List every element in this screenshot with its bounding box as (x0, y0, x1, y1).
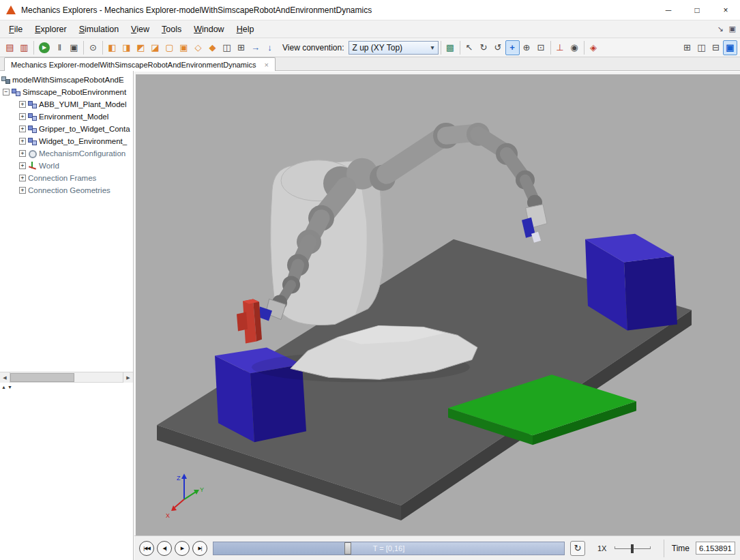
expand-icon[interactable]: + (19, 126, 26, 132)
pause-icon[interactable]: ‖ (53, 40, 67, 55)
view-convention-select[interactable]: Z up (XY Top) ▾ (349, 41, 439, 55)
down-view-icon[interactable]: ↓ (263, 40, 277, 55)
layout-rows-icon[interactable]: ⊟ (709, 40, 723, 55)
expand-icon[interactable]: + (19, 150, 26, 157)
menu-file[interactable]: File (3, 22, 29, 37)
menu-window[interactable]: Window (188, 22, 230, 37)
tree-horizontal-scrollbar[interactable]: ◀ ▶ (0, 372, 134, 383)
layout-single-icon[interactable]: ▣ (723, 40, 737, 55)
run-icon[interactable]: ▶ (39, 42, 50, 53)
expand-icon[interactable]: + (19, 101, 26, 108)
tree-item-gripper-to-widget[interactable]: + Gripper_to_Widget_Conta (0, 123, 133, 135)
record-icon[interactable]: ▣ (67, 40, 81, 55)
expand-icon[interactable]: + (19, 175, 26, 181)
expand-icon[interactable]: + (19, 138, 26, 145)
time-scrubber[interactable]: T = [0,16] (213, 542, 565, 555)
tab-label: Mechanics Explorer-modelWithSimscapeRobo… (11, 61, 256, 69)
tree-item-label: MechanismConfiguration (39, 149, 125, 158)
scrollbar-thumb[interactable] (10, 373, 74, 382)
tree-item-model-root[interactable]: modelWithSimscapeRobotAndE (0, 74, 133, 86)
view-top-icon[interactable]: ◩ (134, 40, 148, 55)
maximize-button[interactable]: □ (683, 0, 711, 20)
menu-tools[interactable]: Tools (156, 22, 188, 37)
subsystem-icon (28, 113, 37, 121)
scene-settings-icon[interactable]: ▩ (443, 40, 458, 55)
tab-mechanics-explorer[interactable]: Mechanics Explorer-modelWithSimscapeRobo… (4, 57, 276, 71)
single-screen-icon[interactable]: ⊞ (234, 40, 248, 55)
tree-item-label: modelWithSimscapeRobotAndE (12, 76, 124, 84)
menu-simulation[interactable]: Simulation (73, 22, 125, 37)
view-front-icon[interactable]: ◧ (105, 40, 119, 55)
expand-icon[interactable]: + (19, 162, 26, 169)
toolbar-separator (584, 41, 584, 55)
menu-help[interactable]: Help (231, 22, 261, 37)
roll-tool-icon[interactable]: ↺ (491, 40, 505, 55)
dock-arrow-icon[interactable]: ↘ (717, 25, 723, 33)
playbar-separator (664, 540, 664, 557)
panel-layout-icon[interactable]: ▣ (729, 25, 736, 33)
select-tool-icon[interactable]: ↖ (462, 40, 477, 55)
tree-item-connection-geometries[interactable]: + Connection Geometries (0, 184, 133, 196)
minimize-button[interactable]: ─ (654, 0, 683, 20)
view-back-icon[interactable]: ◨ (119, 40, 134, 55)
tree-item-environment-model[interactable]: + Environment_Model (0, 110, 133, 123)
visualization-settings-icon[interactable]: ◈ (587, 40, 601, 55)
tree-item-label: Simscape_RobotEnvironment (23, 88, 126, 96)
split-screen-icon[interactable]: ◫ (220, 40, 234, 55)
tree-item-simscape-robotenvironment[interactable]: − Simscape_RobotEnvironment (0, 86, 133, 98)
orbit-tool-icon[interactable]: ↻ (477, 40, 491, 55)
tree-item-widget-to-environment[interactable]: + Widget_to_Environment_ (0, 135, 133, 147)
search-icon[interactable]: ⊙ (86, 40, 100, 55)
view-dimetric-icon[interactable]: ◆ (205, 40, 220, 55)
tree-item-world[interactable]: + World (0, 160, 133, 172)
tree-item-label: Gripper_to_Widget_Conta (39, 125, 130, 133)
forward-view-icon[interactable]: → (248, 40, 263, 55)
tree-item-connection-frames[interactable]: + Connection Frames (0, 172, 133, 184)
tree-item-mechanism-configuration[interactable]: + MechanismConfiguration (0, 147, 133, 160)
zoom-region-tool-icon[interactable]: ⊡ (534, 40, 548, 55)
frame-display-icon[interactable]: ⊥ (553, 40, 567, 55)
menu-explorer[interactable]: Explorer (29, 22, 73, 37)
speed-label: 1X (597, 544, 606, 552)
scroll-right-icon[interactable]: ▶ (123, 372, 133, 383)
step-back-button[interactable]: ◀| (157, 541, 172, 556)
expand-icon[interactable]: + (19, 113, 26, 120)
splitter-up-icon[interactable]: ▲ (1, 385, 6, 389)
mechanism-config-icon (28, 149, 37, 158)
scroll-left-icon[interactable]: ◀ (0, 372, 10, 383)
layout-columns-icon[interactable]: ◫ (694, 40, 709, 55)
tree-item-label: World (39, 162, 59, 170)
tree-item-label: Widget_to_Environment_ (39, 137, 127, 145)
save-icon[interactable]: ▤ (3, 40, 17, 55)
time-value-field[interactable]: 6.153891 (696, 542, 735, 555)
toolbar-separator (83, 41, 84, 55)
speed-slider[interactable] (615, 543, 650, 554)
subsystem-icon (28, 125, 37, 133)
loop-button[interactable]: ↻ (570, 541, 585, 556)
splitter-down-icon[interactable]: ▼ (8, 385, 12, 389)
save-all-icon[interactable]: ▥ (17, 40, 31, 55)
collapse-icon[interactable]: − (3, 89, 10, 95)
zoom-tool-icon[interactable]: ⊕ (520, 40, 534, 55)
scene-canvas[interactable]: Z Y X (136, 74, 740, 535)
layout-grid-icon[interactable]: ⊞ (680, 40, 694, 55)
close-button[interactable]: × (711, 0, 740, 20)
step-forward-button[interactable]: ▶| (192, 541, 207, 556)
go-to-start-button[interactable]: |◀◀ (139, 541, 154, 556)
tree-item-label: ABB_YUMI_Plant_Model (39, 100, 126, 108)
view-bottom-icon[interactable]: ◪ (148, 40, 162, 55)
viewport-3d[interactable]: Z Y X (134, 72, 740, 535)
play-button[interactable]: ▶ (175, 541, 190, 556)
speed-slider-handle[interactable] (631, 544, 634, 553)
menu-view[interactable]: View (125, 22, 156, 37)
tree-item-abb-yumi-plant-model[interactable]: + ABB_YUMI_Plant_Model (0, 98, 133, 110)
view-left-icon[interactable]: ▢ (162, 40, 177, 55)
pan-tool-icon[interactable]: + (505, 40, 520, 55)
panel-splitter-toggle[interactable]: ▲ ▼ (1, 385, 12, 389)
world-frame-icon[interactable]: ◉ (567, 40, 582, 55)
view-right-icon[interactable]: ▣ (177, 40, 191, 55)
expand-icon[interactable]: + (19, 187, 26, 194)
tab-close-icon[interactable]: × (264, 61, 268, 69)
z-axis-label: Z (177, 475, 181, 482)
view-isometric-icon[interactable]: ◇ (191, 40, 205, 55)
